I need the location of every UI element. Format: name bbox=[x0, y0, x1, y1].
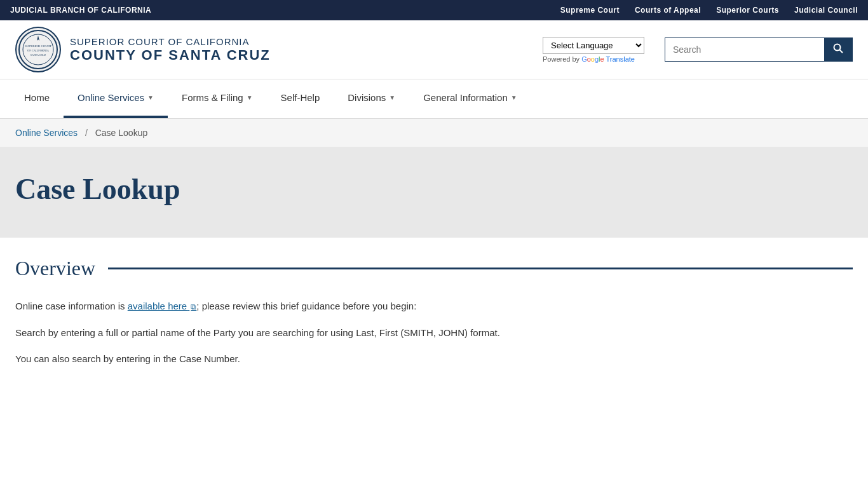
logo-line1: SUPERIOR COURT OF CALIFORNIA bbox=[70, 36, 271, 47]
breadcrumb-parent[interactable]: Online Services bbox=[15, 128, 78, 138]
overview-heading-row: Overview bbox=[15, 257, 853, 280]
search-input[interactable] bbox=[665, 39, 824, 60]
search-box bbox=[665, 37, 853, 62]
svg-line-7 bbox=[840, 50, 843, 53]
top-bar-links: Supreme Court Courts of Appeal Superior … bbox=[560, 6, 858, 15]
svg-marker-5 bbox=[37, 36, 39, 41]
forms-filing-caret: ▼ bbox=[247, 94, 253, 101]
overview-para3: You can also search by entering in the C… bbox=[15, 351, 853, 367]
breadcrumb: Online Services / Case Lookup bbox=[0, 119, 868, 147]
page-title: Case Lookup bbox=[15, 172, 853, 206]
translate-section: Select Language Powered by Google Transl… bbox=[543, 37, 644, 63]
available-here-link[interactable]: available here ⧉ bbox=[128, 301, 197, 311]
breadcrumb-current: Case Lookup bbox=[95, 128, 148, 138]
logo-text: SUPERIOR COURT OF CALIFORNIA COUNTY OF S… bbox=[70, 36, 271, 64]
svg-text:OF CALIFORNIA: OF CALIFORNIA bbox=[27, 49, 50, 52]
svg-point-6 bbox=[834, 44, 841, 51]
courts-of-appeal-link[interactable]: Courts of Appeal bbox=[635, 6, 701, 15]
logo-line2: COUNTY OF SANTA CRUZ bbox=[70, 47, 271, 64]
svg-text:SUPERIOR COURT: SUPERIOR COURT bbox=[25, 44, 51, 48]
overview-heading: Overview bbox=[15, 257, 95, 280]
overview-para2: Search by entering a full or partial nam… bbox=[15, 325, 853, 341]
external-link-icon: ⧉ bbox=[191, 302, 196, 311]
nav-online-services[interactable]: Online Services ▼ bbox=[64, 79, 168, 118]
overview-para1: Online case information is available her… bbox=[15, 298, 853, 315]
header-controls: Select Language Powered by Google Transl… bbox=[543, 37, 853, 63]
para1-after: ; please review this brief guidance befo… bbox=[196, 301, 416, 311]
judicial-branch-label: JUDICIAL BRANCH OF CALIFORNIA bbox=[10, 6, 151, 15]
powered-by: Powered by Google Translate bbox=[543, 55, 635, 63]
superior-courts-link[interactable]: Superior Courts bbox=[716, 6, 779, 15]
translate-link[interactable]: Translate bbox=[606, 55, 635, 63]
judicial-council-link[interactable]: Judicial Council bbox=[794, 6, 858, 15]
breadcrumb-separator: / bbox=[85, 128, 88, 138]
site-header: SUPERIOR COURT OF CALIFORNIA SANTA CRUZ … bbox=[0, 20, 868, 79]
page-title-section: Case Lookup bbox=[0, 147, 868, 238]
main-nav: Home Online Services ▼ Forms & Filing ▼ … bbox=[0, 79, 868, 119]
nav-self-help[interactable]: Self-Help bbox=[267, 79, 334, 118]
site-logo: SUPERIOR COURT OF CALIFORNIA SANTA CRUZ … bbox=[15, 27, 271, 72]
svg-text:SANTA CRUZ: SANTA CRUZ bbox=[31, 53, 46, 57]
nav-divisions[interactable]: Divisions ▼ bbox=[334, 79, 409, 118]
nav-home[interactable]: Home bbox=[10, 79, 64, 118]
nav-general-info[interactable]: General Information ▼ bbox=[409, 79, 531, 118]
online-services-caret: ▼ bbox=[147, 94, 154, 101]
content-area: Overview Online case information is avai… bbox=[0, 238, 868, 396]
overview-divider bbox=[108, 268, 853, 269]
divisions-caret: ▼ bbox=[389, 94, 395, 101]
search-button[interactable] bbox=[824, 38, 852, 61]
para1-before: Online case information is bbox=[15, 301, 128, 311]
language-select[interactable]: Select Language bbox=[543, 37, 644, 54]
top-bar: JUDICIAL BRANCH OF CALIFORNIA Supreme Co… bbox=[0, 0, 868, 20]
logo-seal: SUPERIOR COURT OF CALIFORNIA SANTA CRUZ bbox=[15, 27, 61, 72]
general-info-caret: ▼ bbox=[511, 94, 517, 101]
supreme-court-link[interactable]: Supreme Court bbox=[560, 6, 620, 15]
nav-forms-filing[interactable]: Forms & Filing ▼ bbox=[168, 79, 267, 118]
